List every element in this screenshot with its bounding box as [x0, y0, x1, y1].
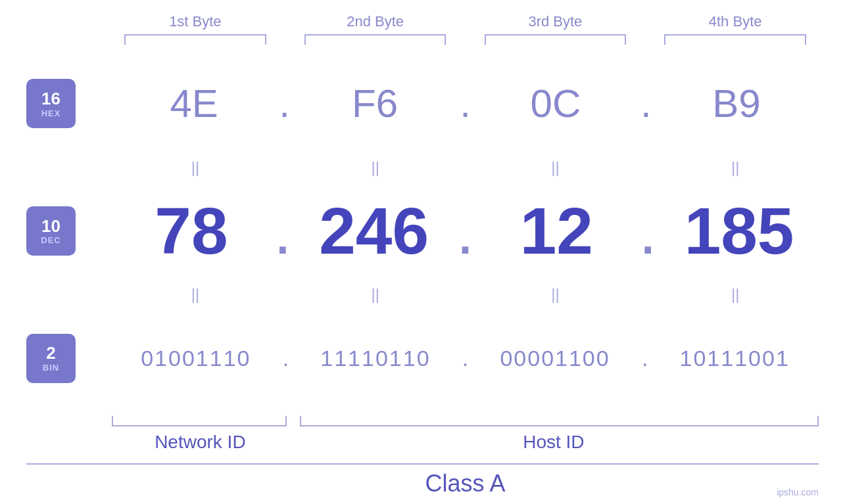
hex-badge-label: HEX — [41, 108, 61, 118]
bracket-top-3 — [485, 34, 627, 45]
byte-col-1: 1st Byte — [112, 13, 279, 45]
byte-label-3: 3rd Byte — [528, 13, 582, 30]
hex-dot-3: . — [640, 81, 652, 126]
network-bracket — [112, 416, 287, 426]
dec-dot-1: . — [274, 193, 292, 269]
equals-row-2: || || || || — [26, 285, 819, 304]
bracket-row — [26, 416, 819, 429]
bin-dot-2: . — [462, 346, 468, 371]
dec-badge-number: 10 — [41, 217, 60, 236]
class-row: Class A ipshu.com — [26, 463, 819, 497]
header-spacer — [26, 13, 112, 45]
byte-col-2: 2nd Byte — [292, 13, 459, 45]
hex-dot-1: . — [279, 81, 290, 126]
byte-label-1: 1st Byte — [169, 13, 221, 30]
dec-dot-3: . — [639, 193, 657, 269]
bin-val-1: 01001110 — [112, 346, 280, 371]
id-labels: Network ID Host ID — [26, 432, 819, 453]
class-label: Class A — [112, 470, 819, 497]
bin-dot-1: . — [283, 346, 289, 371]
eq-1-1: || — [112, 158, 279, 177]
hex-badge: 16 HEX — [26, 79, 76, 128]
dec-val-1: 78 — [112, 193, 271, 269]
eq-1-3: || — [472, 158, 639, 177]
dec-val-3: 12 — [477, 193, 636, 269]
main-container: 1st Byte 2nd Byte 3rd Byte 4th Byte 16 H… — [0, 0, 845, 504]
network-id-label: Network ID — [112, 432, 289, 453]
hex-dot-2: . — [460, 81, 471, 126]
host-id-label: Host ID — [289, 432, 819, 453]
bracket-top-2 — [304, 34, 447, 45]
eq-2-3: || — [472, 285, 639, 304]
byte-col-4: 4th Byte — [652, 13, 819, 45]
bracket-top-1 — [124, 34, 266, 45]
bracket-top-4 — [664, 34, 806, 45]
dec-dot-2: . — [456, 193, 475, 269]
dec-badge: 10 DEC — [26, 206, 76, 256]
eq-2-1: || — [112, 285, 279, 304]
hex-val-4: B9 — [654, 81, 819, 126]
byte-headers: 1st Byte 2nd Byte 3rd Byte 4th Byte — [26, 13, 819, 45]
watermark: ipshu.com — [777, 487, 819, 497]
bin-val-3: 00001100 — [471, 346, 639, 371]
eq-1-4: || — [652, 158, 819, 177]
dec-val-2: 246 — [295, 193, 454, 269]
host-bracket — [300, 416, 819, 426]
byte-label-2: 2nd Byte — [347, 13, 404, 30]
hex-val-1: 4E — [112, 81, 276, 126]
dec-val-4: 185 — [660, 193, 819, 269]
bin-val-2: 11110110 — [291, 346, 460, 371]
eq-2-2: || — [292, 285, 459, 304]
byte-col-3: 3rd Byte — [472, 13, 639, 45]
bin-val-4: 10111001 — [650, 346, 819, 371]
bin-row: 2 BIN 01001110 . 11110110 . 00001100 . 1… — [26, 304, 819, 412]
hex-badge-number: 16 — [41, 89, 60, 108]
dec-badge-label: DEC — [41, 235, 60, 245]
bin-dot-3: . — [642, 346, 648, 371]
bin-badge: 2 BIN — [26, 334, 76, 383]
hex-val-3: 0C — [473, 81, 638, 126]
hex-val-2: F6 — [293, 81, 457, 126]
eq-1-2: || — [292, 158, 459, 177]
dec-row: 10 DEC 78 . 246 . 12 . 185 — [26, 177, 819, 285]
equals-row-1: || || || || — [26, 158, 819, 177]
bin-badge-number: 2 — [46, 344, 55, 363]
bin-badge-label: BIN — [43, 363, 59, 373]
byte-label-4: 4th Byte — [709, 13, 762, 30]
hex-row: 16 HEX 4E . F6 . 0C . B9 — [26, 50, 819, 158]
eq-2-4: || — [652, 285, 819, 304]
